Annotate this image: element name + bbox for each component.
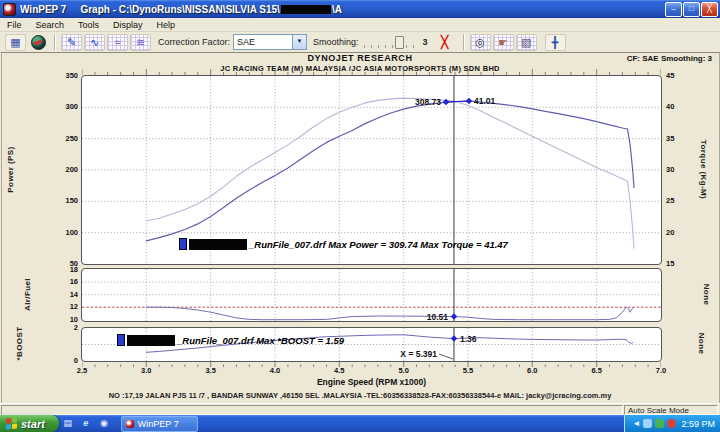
winpep-icon bbox=[126, 420, 134, 428]
quick-launch-icon[interactable]: ◉ bbox=[97, 417, 111, 430]
tick-label: 14 bbox=[44, 291, 78, 299]
smoothing-slider-thumb[interactable] bbox=[395, 36, 404, 49]
run-legend-boost: _RunFile_007.drf Max *BOOST = 1.59 bbox=[117, 334, 344, 346]
tray-icon-antivirus[interactable] bbox=[655, 419, 664, 428]
menu-display[interactable]: Display bbox=[106, 20, 150, 30]
series-legend-swatch bbox=[117, 334, 125, 346]
tick-label: 5.0 bbox=[389, 367, 419, 375]
tick-label: 350 bbox=[44, 72, 78, 80]
close-button[interactable]: ╳ bbox=[701, 2, 718, 17]
tool-bar: ▦ ✎ ∿ ≈ ≋ Correction Factor: SAE ▼ Smoot… bbox=[0, 32, 720, 53]
boost-axis-label: *BOOST bbox=[15, 314, 24, 374]
menu-search[interactable]: Search bbox=[29, 20, 72, 30]
toolbar-separator bbox=[54, 34, 56, 50]
scale-mode-status: Auto Scale Mode bbox=[624, 405, 718, 415]
tick-label: 2 bbox=[44, 324, 78, 332]
tick-label: 2.5 bbox=[67, 367, 97, 375]
tick-label: 4.0 bbox=[260, 367, 290, 375]
torque-axis-label: Torque (Kg-M) bbox=[699, 135, 708, 205]
browser-icon[interactable]: e bbox=[79, 417, 93, 430]
menu-bar: File Search Tools Display Help bbox=[0, 18, 720, 32]
power-axis-label: Power (PS) bbox=[6, 140, 15, 200]
tick-label: 10 bbox=[44, 316, 78, 324]
taskbar-clock[interactable]: 2:59 PM bbox=[681, 419, 715, 429]
zoom-graph-icon[interactable]: ◎ bbox=[470, 34, 491, 51]
tick-label: 4.5 bbox=[324, 367, 354, 375]
xaxis-tick-strip bbox=[82, 362, 661, 367]
app-icon bbox=[3, 3, 16, 16]
pan-move-icon[interactable]: ╋ bbox=[545, 34, 566, 51]
tick-label: 150 bbox=[44, 197, 78, 205]
xaxis-title: Engine Speed (RPM x1000) bbox=[82, 377, 661, 387]
tick-label: 18 bbox=[44, 266, 78, 274]
taskbar-winpep-button[interactable]: WinPEP 7 bbox=[121, 416, 198, 432]
airfuel-axis-label: Air/Fuel bbox=[23, 265, 32, 325]
smoothing-value: 3 bbox=[423, 37, 428, 47]
graph-overlay-icon[interactable]: ≈ bbox=[107, 34, 128, 51]
datasheet-icon[interactable]: ▦ bbox=[5, 34, 26, 51]
tray-icon-alert[interactable] bbox=[667, 419, 676, 428]
winpep-window: WinPEP 7 Graph - C:\DynoRuns\NISSAN\SILV… bbox=[0, 0, 720, 432]
correction-factor-select[interactable]: SAE ▼ bbox=[233, 34, 307, 50]
show-desktop-icon[interactable]: ▤ bbox=[61, 417, 75, 430]
run-globe-icon[interactable] bbox=[31, 35, 46, 50]
select-graph-icon[interactable]: ▧ bbox=[516, 34, 537, 51]
menu-file[interactable]: File bbox=[0, 20, 29, 30]
tick-label: 30 bbox=[666, 166, 696, 174]
airfuel-chart[interactable]: 10.51 bbox=[81, 268, 662, 322]
tick-label: 45 bbox=[666, 72, 696, 80]
menu-help[interactable]: Help bbox=[150, 20, 183, 30]
shop-address-footer: NO :17,19 JALAN PJS 11 /7 , BANDAR SUNWA… bbox=[0, 391, 720, 400]
tick-label: 250 bbox=[44, 135, 78, 143]
tick-label: 100 bbox=[44, 229, 78, 237]
chevron-down-icon[interactable]: ▼ bbox=[292, 35, 306, 49]
graph-edit-icon[interactable]: ✎ bbox=[61, 34, 82, 51]
max-boost-annotation: _RunFile_007.drf Max *BOOST = 1.59 bbox=[177, 335, 344, 346]
document-title: Graph - C:\DynoRuns\NISSAN\SILVIA S15\\A bbox=[80, 4, 341, 15]
smoothing-label: Smoothing: bbox=[313, 37, 359, 47]
restore-button[interactable]: □ bbox=[683, 2, 700, 17]
system-tray: ◄ 2:59 PM bbox=[624, 415, 720, 432]
tray-icon-network[interactable] bbox=[643, 419, 652, 428]
svg-text:308.73: 308.73 bbox=[415, 97, 441, 107]
redacted-text bbox=[127, 335, 175, 346]
tick-label: 25 bbox=[666, 197, 696, 205]
tick-label: 16 bbox=[44, 278, 78, 286]
title-bar[interactable]: WinPEP 7 Graph - C:\DynoRuns\NISSAN\SILV… bbox=[0, 0, 720, 18]
correction-factor-label: Correction Factor: bbox=[158, 37, 230, 47]
graph-multi-icon[interactable]: ≋ bbox=[130, 34, 151, 51]
power-torque-chart[interactable]: 308.7341.01 bbox=[81, 75, 662, 265]
status-cell bbox=[1, 405, 623, 415]
graph-curve-icon[interactable]: ∿ bbox=[84, 34, 105, 51]
tick-label: 6.0 bbox=[517, 367, 547, 375]
cf-smoothing-readout: CF: SAE Smoothing: 3 bbox=[540, 54, 712, 63]
tick-label: 15 bbox=[666, 260, 696, 268]
smoothing-slider[interactable] bbox=[364, 36, 418, 48]
tick-label: 5.5 bbox=[453, 367, 483, 375]
svg-text:41.01: 41.01 bbox=[474, 96, 496, 106]
taskbar: start ▤ e ◉ WinPEP 7 ◄ 2:59 PM bbox=[0, 415, 720, 432]
series-legend-swatch bbox=[179, 238, 187, 250]
svg-text:10.51: 10.51 bbox=[427, 312, 449, 322]
tick-label: 40 bbox=[666, 103, 696, 111]
tick-label: 12 bbox=[44, 303, 78, 311]
redacted-text bbox=[189, 239, 247, 250]
toolbar-separator bbox=[463, 34, 465, 50]
svg-text:1.36: 1.36 bbox=[460, 334, 477, 344]
tray-chevron-icon[interactable]: ◄ bbox=[633, 419, 641, 428]
close-runs-icon[interactable]: ╳ bbox=[435, 35, 455, 50]
tick-label: 3.5 bbox=[196, 367, 226, 375]
grab-graph-icon[interactable]: ☛ bbox=[493, 34, 514, 51]
menu-tools[interactable]: Tools bbox=[71, 20, 106, 30]
tick-label: 20 bbox=[666, 229, 696, 237]
max-power-annotation: _RunFile_007.drf Max Power = 309.74 Max … bbox=[249, 239, 508, 250]
windows-logo-icon bbox=[6, 417, 18, 429]
tick-label: 0 bbox=[44, 357, 78, 365]
svg-text:X = 5.391: X = 5.391 bbox=[400, 349, 437, 359]
tick-label: 200 bbox=[44, 166, 78, 174]
tick-label: 35 bbox=[666, 135, 696, 143]
start-button[interactable]: start bbox=[0, 415, 59, 432]
redacted-text bbox=[281, 5, 331, 14]
none-axis-label: None bbox=[697, 316, 706, 372]
minimize-button[interactable]: – bbox=[665, 2, 682, 17]
